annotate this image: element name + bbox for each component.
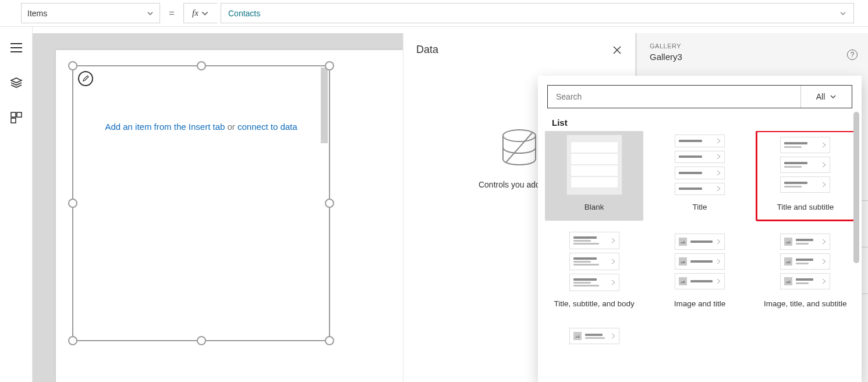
chevron-down-icon <box>839 10 846 17</box>
layout-grid: Blank Title Title and subtitle <box>538 131 862 362</box>
database-icon <box>498 126 541 169</box>
svg-rect-2 <box>11 118 16 123</box>
property-dropdown-value: Items <box>27 9 47 18</box>
side-tab[interactable] <box>861 154 868 201</box>
hint-insert-link[interactable]: Add an item from the Insert tab <box>105 122 225 132</box>
svg-point-3 <box>503 130 536 142</box>
left-rail <box>0 27 33 382</box>
properties-header: GALLERY Gallery3 <box>637 33 868 64</box>
layout-search-input[interactable] <box>548 86 800 108</box>
layout-caption: Title, subtitle, and body <box>554 294 634 314</box>
svg-rect-1 <box>17 112 22 117</box>
resize-handle[interactable] <box>325 336 334 345</box>
hint-connect-link[interactable]: connect to data <box>238 122 297 132</box>
chevron-down-icon <box>830 93 837 100</box>
close-icon[interactable] <box>612 45 622 55</box>
fx-button[interactable]: fx <box>183 3 217 23</box>
hamburger-icon[interactable] <box>9 41 23 55</box>
layout-filter-label: All <box>816 92 826 101</box>
layout-thumb <box>566 231 622 292</box>
layout-search-bar: All <box>547 85 852 108</box>
layout-thumb <box>566 135 622 195</box>
chevron-down-icon <box>147 10 154 17</box>
data-panel-title: Data <box>416 44 438 56</box>
layout-title-subtitle-body[interactable]: Title, subtitle, and body <box>545 228 643 317</box>
layout-item-partial[interactable] <box>545 324 643 355</box>
layout-picker-popover: All List Blank Title <box>538 76 862 382</box>
layout-thumb <box>777 135 833 195</box>
layers-icon[interactable] <box>9 76 23 90</box>
layout-caption: Blank <box>584 197 604 217</box>
resize-handle[interactable] <box>68 336 77 345</box>
hint-or: or <box>225 122 238 132</box>
layout-caption: Image and title <box>674 294 726 314</box>
layout-thumb <box>672 231 728 292</box>
layout-title-subtitle[interactable]: Title and subtitle <box>756 131 855 221</box>
gallery-hint: Add an item from the Insert tab or conne… <box>73 122 329 132</box>
layout-scrollbar[interactable] <box>853 112 859 263</box>
resize-handle[interactable] <box>68 61 77 70</box>
divider <box>0 26 868 27</box>
gallery-scrollbar[interactable] <box>321 68 328 143</box>
layout-caption: Title and subtitle <box>777 197 834 217</box>
resize-handle[interactable] <box>197 61 206 70</box>
layout-thumb <box>566 328 622 351</box>
side-tab-strip <box>861 154 868 382</box>
help-icon[interactable]: ? <box>847 49 858 60</box>
formula-value: Contacts <box>228 9 260 18</box>
property-dropdown[interactable]: Items <box>21 3 160 23</box>
formula-bar: Items = fx Contacts <box>21 3 854 23</box>
layout-filter-dropdown[interactable]: All <box>800 86 852 108</box>
layout-caption: Image, title, and subtitle <box>764 294 847 314</box>
layout-image-title-subtitle[interactable]: Image, title, and subtitle <box>756 228 855 317</box>
layout-blank[interactable]: Blank <box>545 131 643 221</box>
properties-type-label: GALLERY <box>650 43 855 49</box>
data-panel-header: Data <box>403 33 635 66</box>
resize-handle[interactable] <box>325 61 334 70</box>
side-tab[interactable] <box>861 201 868 247</box>
layout-title[interactable]: Title <box>650 131 749 221</box>
gallery-selection[interactable]: Add an item from the Insert tab or conne… <box>72 65 330 341</box>
properties-control-name: Gallery3 <box>650 52 855 62</box>
resize-handle[interactable] <box>197 336 206 345</box>
insert-icon[interactable] <box>9 111 23 125</box>
edit-icon[interactable] <box>78 71 93 86</box>
layout-section-label: List <box>538 112 862 131</box>
equals-label: = <box>164 8 180 19</box>
layout-image-title[interactable]: Image and title <box>650 228 749 317</box>
resize-handle[interactable] <box>68 199 77 208</box>
layout-thumb <box>777 231 833 292</box>
chevron-down-icon <box>201 9 209 17</box>
layout-thumb <box>672 135 728 195</box>
resize-handle[interactable] <box>325 199 334 208</box>
formula-input[interactable]: Contacts <box>221 3 854 23</box>
svg-rect-0 <box>11 112 16 117</box>
side-tab[interactable] <box>861 247 868 294</box>
layout-caption: Title <box>692 197 707 217</box>
